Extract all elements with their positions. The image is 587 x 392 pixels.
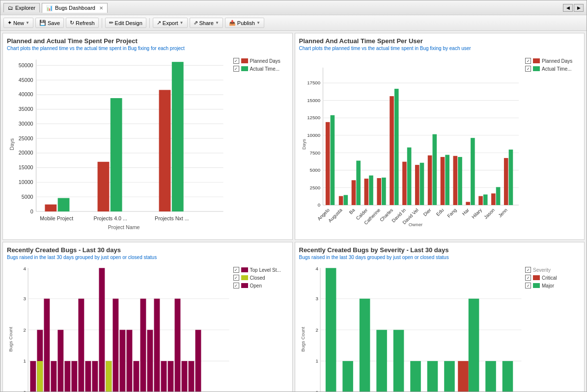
title-bar: 🗂 Explorer 📊 Bugs Dashboard ✕ ◀ ▶ [0,0,587,15]
chart-tl-subtitle: Chart plots the planned time vs the actu… [7,46,288,51]
svg-text:2: 2 [23,327,26,333]
share-icon: ⇗ [194,20,198,26]
tab-bugs-dashboard[interactable]: 📊 Bugs Dashboard ✕ [42,3,108,13]
export-button[interactable]: ↗ Export ▼ [153,18,188,28]
publish-dropdown-icon: ▼ [256,21,260,25]
legend-item-planned: ✓ Planned Days [233,58,288,64]
chart-br-title: Recently Created Bugs by Severity - Last… [299,246,581,254]
svg-rect-62 [390,96,394,205]
chart-bl-content: Bugs Count 0 1 2 3 4 [7,262,229,392]
svg-text:Dier: Dier [422,207,432,217]
chart-br-subtitle: Bugs raised in the last 30 days grouped … [299,255,581,260]
main-window: 🗂 Explorer 📊 Bugs Dashboard ✕ ◀ ▶ ✦ New … [0,0,587,392]
svg-rect-81 [508,150,513,205]
tab-explorer[interactable]: 🗂 Explorer [3,3,40,12]
svg-text:2500: 2500 [309,185,320,190]
chart-tr-title: Planned And Actual Time Spent Per User [299,37,581,45]
svg-rect-74 [466,202,470,205]
svg-text:Projects Nxt ...: Projects Nxt ... [155,215,189,221]
svg-text:17500: 17500 [307,80,321,85]
legend-bl-checkbox-toplevel[interactable]: ✓ [233,267,239,273]
legend-bl-toplevel: ✓ Top Level St... [233,267,288,273]
share-button[interactable]: ⇗ Share ▼ [190,18,223,28]
svg-rect-78 [491,193,496,205]
legend-bl-checkbox-closed[interactable]: ✓ [233,275,239,281]
svg-rect-70 [440,157,445,205]
svg-rect-164 [393,330,404,392]
legend-tr-color-actual [533,66,540,71]
svg-text:7500: 7500 [309,150,320,156]
svg-rect-55 [343,195,348,205]
svg-text:Projects 4.0 ...: Projects 4.0 ... [94,215,127,221]
publish-button[interactable]: 📤 Publish ▼ [225,18,264,28]
legend-color-actual [241,66,248,71]
svg-text:12500: 12500 [307,115,321,120]
svg-rect-131 [168,361,174,392]
save-icon: 💾 [39,20,46,26]
new-button[interactable]: ✦ New ▼ [3,18,33,28]
svg-rect-161 [342,361,353,392]
svg-rect-24 [45,205,56,211]
win-minimize-btn[interactable]: ◀ [563,4,573,12]
svg-text:Har: Har [461,207,470,216]
svg-rect-68 [427,156,432,205]
chart-bl-legend: ✓ Top Level St... ✓ Closed ✓ Open [229,262,288,392]
svg-rect-77 [483,194,487,205]
export-dropdown-icon: ▼ [180,21,184,25]
svg-rect-120 [99,268,105,392]
svg-text:45000: 45000 [19,77,33,83]
svg-rect-125 [126,330,132,392]
legend-br-checkbox-critical[interactable]: ✓ [525,275,531,281]
chart-bugs-by-severity: Recently Created Bugs by Severity - Last… [295,242,585,392]
svg-rect-71 [445,155,449,205]
win-restore-btn[interactable]: ▶ [574,4,584,12]
svg-text:4: 4 [315,266,318,271]
tab-close-icon[interactable]: ✕ [99,5,103,11]
svg-rect-59 [369,176,373,205]
svg-rect-57 [356,160,361,205]
svg-text:30000: 30000 [19,121,33,127]
legend-br-checkbox-severity[interactable]: ✓ [525,267,531,273]
edit-design-button[interactable]: ✏ Edit Design [105,18,146,28]
svg-text:35000: 35000 [19,106,33,112]
legend-bl-color-closed [241,275,248,280]
legend-br-label-critical: Critical [542,275,557,281]
legend-bl-checkbox-open[interactable]: ✓ [233,283,239,288]
svg-rect-117 [78,299,84,392]
refresh-button[interactable]: ↻ Refresh [66,18,99,28]
svg-rect-129 [154,299,160,392]
svg-rect-169 [468,299,479,392]
svg-text:Bugs Count: Bugs Count [300,327,305,352]
legend-br-checkbox-major[interactable]: ✓ [525,283,531,288]
svg-text:Jason: Jason [482,207,495,220]
chart-tl-legend: ✓ Planned Days ✓ Actual Time... [229,53,288,235]
legend-tr-actual: ✓ Actual Time... [525,66,580,72]
svg-rect-58 [364,179,368,205]
legend-bl-label-open: Open [250,283,262,288]
svg-rect-60 [377,178,381,205]
svg-rect-54 [338,196,343,205]
svg-rect-63 [394,89,398,205]
svg-text:3: 3 [315,296,318,301]
refresh-icon: ↻ [70,20,74,26]
svg-rect-64 [402,162,407,205]
svg-rect-61 [382,178,386,205]
chart-tr-legend: ✓ Planned Days ✓ Actual Time... [521,53,580,235]
legend-checkbox-planned[interactable]: ✓ [233,58,239,64]
svg-rect-167 [444,361,455,392]
legend-tr-checkbox-planned[interactable]: ✓ [525,58,531,64]
svg-rect-26 [98,162,110,211]
chart-tr-subtitle: Chart plots the planned time vs the actu… [299,46,581,51]
legend-br-color-critical [533,275,540,280]
svg-rect-76 [478,196,483,205]
chart-bl-title: Recently Created Bugs - Last 30 days [7,246,288,254]
svg-rect-166 [427,361,438,392]
svg-rect-67 [419,163,424,205]
chart-bl-svg: Bugs Count 0 1 2 3 4 [7,262,229,392]
legend-checkbox-actual[interactable]: ✓ [233,66,239,72]
legend-tr-checkbox-actual[interactable]: ✓ [525,66,531,72]
legend-br-label-major: Major [542,283,554,288]
svg-rect-113 [51,361,56,392]
svg-rect-69 [432,134,437,205]
save-button[interactable]: 💾 Save [35,18,64,28]
